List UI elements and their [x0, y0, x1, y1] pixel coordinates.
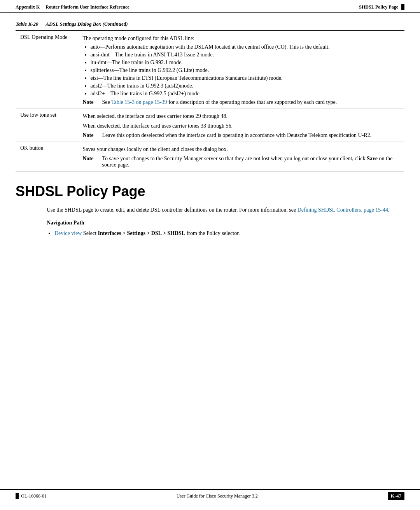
low-tone-line2: When deselected, the interface card uses…: [83, 122, 400, 130]
list-item: splitterless—The line trains in G.992.2 …: [91, 67, 400, 74]
shdsl-intro-link[interactable]: Defining SHDSL Controllers, page 15-44: [298, 207, 388, 213]
row-label-dsl-mode: DSL Operating Mode: [16, 31, 78, 109]
note-text: Leave this option deselected when the in…: [102, 132, 372, 138]
footer-left: OL-16066-01: [16, 493, 47, 499]
list-item: adsl2—The line trains in G.992.3 (adsl2)…: [91, 83, 400, 89]
save-bold: Save: [367, 156, 378, 161]
ok-button-line: Saves your changes locally on the client…: [83, 145, 400, 153]
header-left: Appendix K Router Platform User Interfac…: [16, 4, 130, 10]
ok-button-note: Note To save your changes to the Securit…: [83, 156, 400, 168]
header-right: SHDSL Policy Page: [359, 4, 404, 10]
list-item: Device view Select Interfaces > Settings…: [54, 229, 404, 237]
list-item: auto—Performs automatic negotiation with…: [91, 44, 400, 50]
device-view-link[interactable]: Device view: [54, 230, 82, 236]
table-row: DSL Operating Mode The operating mode co…: [16, 31, 404, 109]
low-tone-line1: When selected, the interface card uses c…: [83, 112, 400, 120]
row-content-ok-button: Saves your changes locally on the client…: [78, 142, 404, 172]
list-item: adsl2+—The line trains in G.992.5 (adsl2…: [91, 91, 400, 97]
note-link[interactable]: Table 15-3 on page 15-39: [111, 99, 167, 105]
main-content: Table K-20 ADSL Settings Dialog Box (Con…: [0, 13, 420, 253]
nav-path-title: Navigation Path: [47, 219, 404, 227]
footer-doc-num: OL-16066-01: [21, 493, 47, 499]
header-section-title: SHDSL Policy Page: [359, 4, 398, 10]
list-item: itu-dmt—The line trains in G.992.1 mode.: [91, 60, 400, 66]
list-item: etsi—The line trains in ETSI (European T…: [91, 75, 400, 81]
low-tone-note: Note Leave this option deselected when t…: [83, 132, 400, 138]
page-header: Appendix K Router Platform User Interfac…: [0, 0, 420, 13]
adsl-settings-table: DSL Operating Mode The operating mode co…: [16, 30, 404, 172]
nav-path-list: Device view Select Interfaces > Settings…: [54, 229, 404, 237]
header-right-bar: [401, 4, 404, 10]
table-num: Table K-20: [16, 21, 38, 27]
nav-path-bold: Interfaces > Settings > DSL > SHDSL: [98, 230, 186, 236]
note-label: Note: [83, 99, 98, 105]
footer-right: K-47: [388, 492, 404, 500]
footer-left-bar: [16, 493, 19, 499]
note-label: Note: [83, 132, 98, 138]
list-item: ansi-dmt—The line trains in ANSI T1.413 …: [91, 52, 400, 58]
dsl-mode-intro: The operating mode configured for this A…: [83, 34, 400, 42]
shdsl-section-title: SHDSL Policy Page: [16, 183, 404, 200]
page-footer: OL-16066-01 User Guide for Cisco Securit…: [0, 489, 420, 502]
note-text: See Table 15-3 on page 15-39 for a descr…: [102, 99, 337, 105]
table-title: ADSL Settings Dialog Box (Continued): [46, 21, 128, 27]
dsl-mode-bullets: auto—Performs automatic negotiation with…: [91, 44, 400, 97]
table-row: OK button Saves your changes locally on …: [16, 142, 404, 172]
row-content-dsl-mode: The operating mode configured for this A…: [78, 31, 404, 109]
footer-page-num: K-47: [388, 492, 404, 500]
shdsl-intro-end: .: [388, 207, 390, 213]
shdsl-intro-text: Use the SHDSL page to create, edit, and …: [47, 207, 298, 213]
table-caption: Table K-20 ADSL Settings Dialog Box (Con…: [16, 21, 404, 27]
nav-path-text: Select Interfaces > Settings > DSL > SHD…: [83, 230, 240, 236]
footer-center: User Guide for Cisco Security Manager 3.…: [177, 493, 258, 499]
row-label-ok-button: OK button: [16, 142, 78, 172]
table-row: Use low tone set When selected, the inte…: [16, 109, 404, 142]
header-appendix-label: Appendix K: [16, 4, 40, 10]
shdsl-section-body: Use the SHDSL page to create, edit, and …: [16, 206, 404, 237]
row-content-low-tone: When selected, the interface card uses c…: [78, 109, 404, 142]
shdsl-intro: Use the SHDSL page to create, edit, and …: [47, 206, 404, 214]
dsl-mode-note: Note See Table 15-3 on page 15-39 for a …: [83, 99, 400, 105]
note-text: To save your changes to the Security Man…: [102, 156, 400, 168]
header-chapter-title: Router Platform User Interface Reference: [46, 4, 129, 10]
note-label: Note: [83, 156, 98, 168]
row-label-low-tone: Use low tone set: [16, 109, 78, 142]
